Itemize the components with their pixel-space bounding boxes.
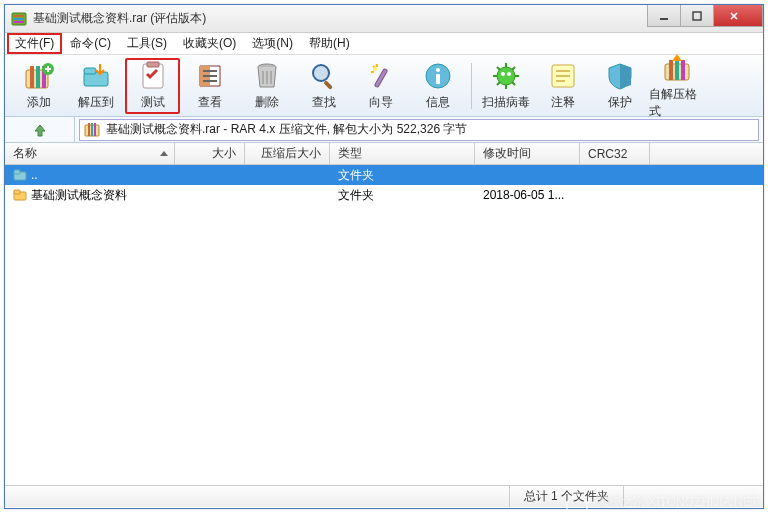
col-type[interactable]: 类型 [330,143,475,164]
svg-point-28 [507,72,511,76]
sfx-label: 自解压格式 [649,86,704,120]
svg-rect-12 [84,68,96,74]
extract-label: 解压到 [78,94,114,111]
svg-rect-17 [203,80,217,82]
wizard-button[interactable]: 向导 [353,58,408,114]
test-icon [137,60,169,92]
find-button[interactable]: 查找 [296,58,351,114]
svg-rect-8 [36,66,40,88]
extract-to-button[interactable]: 解压到 [68,58,123,114]
svg-rect-41 [14,190,20,194]
close-button[interactable] [713,5,763,27]
svg-rect-36 [91,123,93,136]
add-label: 添加 [27,94,51,111]
svg-rect-16 [203,75,217,77]
status-summary: 总计 1 个文件夹 [509,486,623,507]
view-label: 查看 [198,94,222,111]
col-spacer [650,143,763,164]
sfx-button[interactable]: 自解压格式 [649,58,704,114]
view-icon [194,60,226,92]
column-headers: 名称 大小 压缩后大小 类型 修改时间 CRC32 [5,143,763,165]
delete-button[interactable]: 删除 [239,58,294,114]
comment-button[interactable]: 注释 [535,58,590,114]
info-icon [422,60,454,92]
find-label: 查找 [312,94,336,111]
svg-rect-25 [436,74,440,84]
svg-rect-21 [374,68,387,87]
svg-rect-20 [323,80,333,90]
virus-scan-button[interactable]: 扫描病毒 [478,58,533,114]
wizard-icon [365,60,397,92]
wizard-label: 向导 [369,94,393,111]
protect-icon [604,60,636,92]
window-controls [648,5,763,32]
col-name[interactable]: 名称 [5,143,175,164]
test-label: 测试 [141,94,165,111]
svg-rect-7 [30,66,34,88]
svg-point-19 [313,65,329,81]
info-label: 信息 [426,94,450,111]
address-bar: 基础测试概念资料.rar - RAR 4.x 压缩文件, 解包大小为 522,3… [5,117,763,143]
maximize-button[interactable] [680,5,714,27]
delete-label: 删除 [255,94,279,111]
row-name: 基础测试概念资料 [31,187,127,204]
status-bar: 总计 1 个文件夹 [5,485,763,507]
menu-options[interactable]: 选项(N) [244,33,301,54]
svg-rect-31 [669,60,673,80]
menu-tools[interactable]: 工具(S) [119,33,175,54]
comment-icon [547,60,579,92]
file-list[interactable]: ..文件夹基础测试概念资料文件夹2018-06-05 1... [5,165,763,485]
svg-rect-37 [94,123,96,136]
svg-rect-3 [14,21,24,23]
window-title: 基础测试概念资料.rar (评估版本) [33,10,648,27]
comment-label: 注释 [551,94,575,111]
up-button[interactable] [5,117,75,142]
test-button[interactable]: 测试 [125,58,180,114]
svg-rect-1 [14,15,24,17]
status-right [623,486,763,507]
virus-label: 扫描病毒 [482,94,530,111]
delete-icon [251,60,283,92]
address-text: 基础测试概念资料.rar - RAR 4.x 压缩文件, 解包大小为 522,3… [106,121,467,138]
svg-rect-33 [681,60,685,80]
protect-button[interactable]: 保护 [592,58,647,114]
archive-icon [84,122,100,138]
winrar-window: 基础测试概念资料.rar (评估版本) 文件(F) 命令(C) 工具(S) 收藏… [4,4,764,509]
col-crc[interactable]: CRC32 [580,143,650,164]
table-row[interactable]: ..文件夹 [5,165,763,185]
menu-file[interactable]: 文件(F) [7,33,62,54]
svg-point-22 [373,67,377,71]
add-button[interactable]: 添加 [11,58,66,114]
svg-point-24 [436,68,440,72]
app-icon [11,11,27,27]
menu-help[interactable]: 帮助(H) [301,33,358,54]
toolbar-separator [471,63,472,109]
svg-rect-5 [693,12,701,20]
menu-command[interactable]: 命令(C) [62,33,119,54]
row-name: .. [31,168,38,182]
address-field[interactable]: 基础测试概念资料.rar - RAR 4.x 压缩文件, 解包大小为 522,3… [79,119,759,141]
view-button[interactable]: 查看 [182,58,237,114]
menubar: 文件(F) 命令(C) 工具(S) 收藏夹(O) 选项(N) 帮助(H) [5,33,763,55]
row-modified: 2018-06-05 1... [483,188,564,202]
svg-rect-14 [147,62,159,67]
toolbar: 添加 解压到 测试 查看 删除 查找 向导 信息 [5,55,763,117]
svg-rect-39 [14,170,20,174]
titlebar: 基础测试概念资料.rar (评估版本) [5,5,763,33]
col-modified[interactable]: 修改时间 [475,143,580,164]
info-button[interactable]: 信息 [410,58,465,114]
col-packed[interactable]: 压缩后大小 [245,143,330,164]
minimize-button[interactable] [647,5,681,27]
svg-rect-32 [675,60,679,80]
menu-favorites[interactable]: 收藏夹(O) [175,33,244,54]
virus-icon [490,60,522,92]
add-icon [23,60,55,92]
col-size[interactable]: 大小 [175,143,245,164]
row-type: 文件夹 [338,167,374,184]
find-icon [308,60,340,92]
protect-label: 保护 [608,94,632,111]
sfx-icon [661,52,693,84]
table-row[interactable]: 基础测试概念资料文件夹2018-06-05 1... [5,185,763,205]
svg-rect-4 [660,18,668,20]
svg-rect-2 [14,18,24,20]
